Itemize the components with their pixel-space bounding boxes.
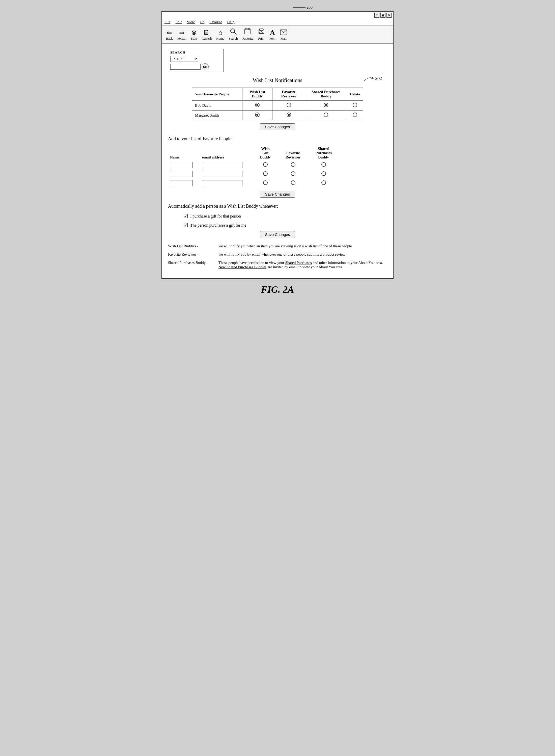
bob-favorite-reviewer[interactable] [272, 101, 305, 111]
col-header-wish-list-buddy: Wish List Buddy [243, 88, 272, 101]
forward-button[interactable]: ⇒ Forw... [177, 30, 186, 41]
font-button[interactable]: A Font [269, 29, 275, 41]
def-desc-shared-text-1: These people have permission to view you… [218, 261, 285, 265]
add-name-input-1[interactable] [170, 162, 193, 168]
search-go-button[interactable]: GO [202, 64, 209, 71]
forward-icon: ⇒ [179, 30, 185, 36]
def-desc-favorite-reviewer: we will notify you by email whenever one… [218, 252, 387, 257]
save-changes-button-2[interactable]: Save Changes [260, 191, 295, 198]
refresh-button[interactable]: 🗎 Refresh [202, 29, 212, 41]
checkbox-icon-2: ☑ [183, 222, 188, 228]
margaret-wish-list-buddy[interactable] [243, 111, 272, 120]
add-col-name: Name [168, 145, 200, 161]
search-select-row: PEOPLE PRODUCTS REVIEWS [170, 56, 221, 62]
definitions-section: Wish List Buddies - we will notify you w… [168, 244, 387, 269]
menu-view[interactable]: View [187, 20, 195, 24]
add-row-2 [168, 170, 340, 179]
print-button[interactable]: Print [258, 28, 265, 41]
bob-shared-purchases-buddy[interactable] [305, 101, 347, 111]
col-header-delete: Delete [347, 88, 363, 101]
ref-number-200: 200 [306, 5, 312, 10]
add-name-input-3[interactable] [170, 180, 193, 186]
toolbar: ⇐ Back ⇒ Forw... ⊗ Stop 🗎 Refresh ⌂ Home [162, 26, 393, 44]
add-name-input-2[interactable] [170, 171, 193, 177]
home-button[interactable]: ⌂ Home [216, 30, 224, 41]
col-header-favorite-reviewer: Favorite Reviewer [272, 88, 305, 101]
ref-202: 202 [361, 75, 382, 82]
search-category-select[interactable]: PEOPLE PRODUCTS REVIEWS [170, 56, 198, 62]
checkbox-label-1: I purchase a gift for that person [190, 214, 241, 218]
table-row: Margaret Smith [192, 111, 363, 120]
save-changes-button-3[interactable]: Save Changes [260, 231, 295, 238]
col-header-shared-purchases-buddy: Shared Purchases Buddy [305, 88, 347, 101]
def-desc-shared-purchases-buddy: These people have permission to view you… [218, 261, 387, 269]
stop-label: Stop [191, 37, 197, 41]
def-row-favorite-reviewer: Favorite Reviewer - we will notify you b… [168, 252, 387, 257]
add-email-input-2[interactable] [202, 171, 243, 177]
favorite-icon [244, 28, 251, 36]
font-label: Font [269, 37, 275, 41]
mail-label: Mail [280, 37, 287, 41]
add-row2-favorite-reviewer-radio[interactable] [291, 171, 295, 176]
add-row3-wish-list-buddy-radio[interactable] [263, 180, 268, 185]
checkbox-row-1: ☑ I purchase a gift for that person [183, 213, 387, 219]
checkbox-row-2: ☑ The person purchases a gift for me [183, 222, 387, 228]
col-header-favorite-people: Your Favorite People: [192, 88, 243, 101]
add-col-wish-list-buddy: WishListBuddy [252, 145, 279, 161]
add-row1-shared-purchases-buddy-radio[interactable] [322, 162, 326, 167]
minimize-button[interactable]: □ [374, 13, 379, 18]
favorite-label: Favorite [243, 37, 253, 41]
print-label: Print [258, 37, 264, 41]
svg-point-0 [230, 29, 234, 33]
add-row-1 [168, 161, 340, 170]
mail-icon [280, 30, 287, 36]
title-bar: □ ▣ ✕ [162, 12, 393, 19]
table-row: Bob Davis [192, 101, 363, 111]
person-name-bob-davis: Bob Davis [192, 101, 243, 111]
menu-edit[interactable]: Edit [175, 20, 182, 24]
add-row2-shared-purchases-buddy-radio[interactable] [322, 171, 326, 176]
close-button[interactable]: ✕ [386, 13, 391, 18]
font-icon: A [270, 29, 275, 36]
new-shared-purchases-buddies-link[interactable]: New Shared Purchases Buddies [218, 265, 266, 269]
add-row3-shared-purchases-buddy-radio[interactable] [322, 180, 326, 185]
content-area: SEARCH PEOPLE PRODUCTS REVIEWS GO Wish L… [162, 44, 393, 278]
back-button[interactable]: ⇐ Back [166, 30, 173, 41]
add-row1-wish-list-buddy-radio[interactable] [263, 162, 268, 167]
menu-go[interactable]: Go [200, 20, 204, 24]
maximize-button[interactable]: ▣ [380, 13, 385, 18]
save-changes-button-1[interactable]: Save Changes [260, 123, 295, 130]
margaret-delete[interactable] [347, 111, 363, 120]
home-icon: ⌂ [218, 30, 222, 36]
top-reference: 200 [293, 5, 312, 10]
menu-file[interactable]: File [165, 20, 170, 24]
menu-help[interactable]: Help [227, 20, 234, 24]
add-email-input-1[interactable] [202, 162, 243, 168]
svg-line-1 [234, 32, 237, 35]
search-toolbar-button[interactable]: Search [229, 28, 238, 41]
checkbox-icon-1: ☑ [183, 213, 188, 219]
stop-button[interactable]: ⊗ Stop [191, 30, 197, 41]
bob-wish-list-buddy[interactable] [243, 101, 272, 111]
search-toolbar-label: Search [229, 37, 238, 41]
search-text-input[interactable] [170, 64, 201, 70]
def-row-wish-list-buddies: Wish List Buddies - we will notify you w… [168, 244, 387, 248]
section-title: Wish List Notifications [168, 77, 387, 84]
margaret-shared-purchases-buddy[interactable] [305, 111, 347, 120]
add-row3-favorite-reviewer-radio[interactable] [291, 180, 295, 185]
add-row2-wish-list-buddy-radio[interactable] [263, 171, 268, 176]
margaret-favorite-reviewer[interactable] [272, 111, 305, 120]
bob-delete[interactable] [347, 101, 363, 111]
shared-purchases-link[interactable]: Shared Purchases [285, 261, 312, 265]
menu-favorite[interactable]: Favorite [209, 20, 222, 24]
add-email-input-3[interactable] [202, 180, 243, 186]
add-col-shared-purchases-buddy: SharedPurchasesBuddy [307, 145, 340, 161]
back-icon: ⇐ [167, 30, 172, 36]
add-favorite-people-table: Name email address WishListBuddy Favorit… [168, 145, 340, 188]
favorite-button[interactable]: Favorite [243, 28, 253, 41]
def-desc-shared-text-3: are invited by email to view your About … [266, 265, 343, 269]
mail-button[interactable]: Mail [280, 30, 287, 41]
refresh-label: Refresh [202, 37, 212, 41]
add-row1-favorite-reviewer-radio[interactable] [291, 162, 295, 167]
menu-bar: File Edit View Go Favorite Help [162, 19, 393, 26]
